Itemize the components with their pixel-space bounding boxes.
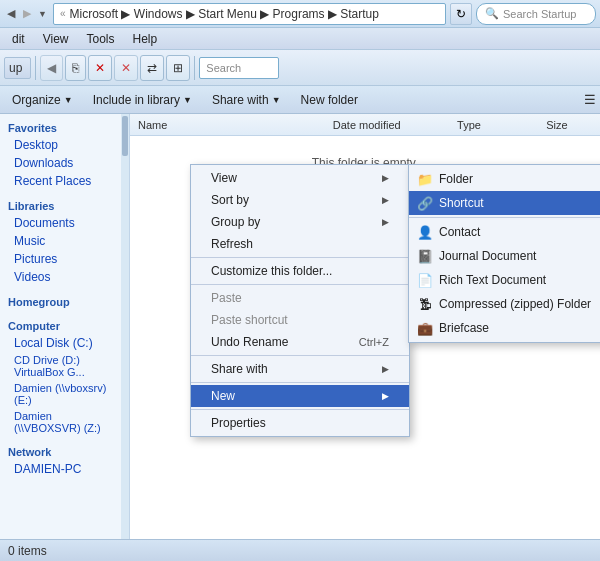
ctx-properties[interactable]: Properties — [191, 412, 409, 434]
sidebar-item-videos[interactable]: Videos — [0, 268, 129, 286]
sidebar-item-music[interactable]: Music — [0, 232, 129, 250]
content-area[interactable]: Name Date modified Type Size This folder… — [130, 114, 600, 539]
include-library-button[interactable]: Include in library ▼ — [85, 91, 200, 109]
toolbar-copy-btn[interactable]: ⎘ — [65, 55, 86, 81]
menu-bar: dit View Tools Help — [0, 28, 600, 50]
status-bar: 0 items — [0, 539, 600, 561]
sidebar-section-libraries: Libraries Documents Music Pictures Video… — [0, 198, 129, 286]
up-button[interactable]: up — [4, 57, 31, 79]
sidebar-scrollbar[interactable] — [121, 114, 129, 539]
sidebar-network-label[interactable]: Network — [0, 444, 129, 460]
toolbar: up ◀ ⎘ ✕ ✕ ⇄ ⊞ Search — [0, 50, 600, 86]
ctx-view-label: View — [211, 171, 237, 185]
view-toggle-icon[interactable]: ☰ — [584, 92, 596, 107]
ctx-paste-shortcut[interactable]: Paste shortcut — [191, 309, 409, 331]
toolbar-move-btn[interactable]: ⇄ — [140, 55, 164, 81]
sidebar-libraries-label[interactable]: Libraries — [0, 198, 129, 214]
ctx-customize[interactable]: Customize this folder... — [191, 260, 409, 282]
recent-button[interactable]: ▼ — [36, 7, 49, 21]
header-type[interactable]: Type — [453, 119, 542, 131]
menu-view[interactable]: View — [35, 31, 77, 47]
search-placeholder: Search Startup — [503, 8, 576, 20]
ctx-sort-arrow: ▶ — [382, 195, 389, 205]
sidebar-favorites-label[interactable]: Favorites — [0, 120, 129, 136]
toolbar-delete-btn[interactable]: ✕ — [88, 55, 112, 81]
sidebar-item-desktop[interactable]: Desktop — [0, 136, 129, 154]
sidebar-item-downloads[interactable]: Downloads — [0, 154, 129, 172]
ctx-customize-label: Customize this folder... — [211, 264, 332, 278]
journal-icon: 📓 — [417, 248, 433, 264]
toolbar-back-btn[interactable]: ◀ — [40, 55, 63, 81]
sub-ctx-contact[interactable]: 👤 Contact — [409, 220, 600, 244]
briefcase-icon: 💼 — [417, 320, 433, 336]
header-date[interactable]: Date modified — [329, 119, 453, 131]
folder-icon: 📁 — [417, 171, 433, 187]
sidebar-computer-label[interactable]: Computer — [0, 318, 129, 334]
organize-button[interactable]: Organize ▼ — [4, 91, 81, 109]
address-bar: ◀ ▶ ▼ « Microsoft ▶ Windows ▶ Start Menu… — [0, 0, 600, 28]
ctx-paste[interactable]: Paste — [191, 287, 409, 309]
header-name[interactable]: Name — [134, 119, 329, 131]
sub-context-menu: 📁 Folder 🔗 Shortcut 👤 Contact 📓 Journal … — [408, 164, 600, 343]
toolbar-view-btn[interactable]: ⊞ — [166, 55, 190, 81]
share-with-arrow: ▼ — [272, 95, 281, 105]
ctx-sort-label: Sort by — [211, 193, 249, 207]
menu-tools[interactable]: Tools — [78, 31, 122, 47]
ctx-refresh[interactable]: Refresh — [191, 233, 409, 255]
richtext-icon: 📄 — [417, 272, 433, 288]
toolbar-search[interactable]: Search — [199, 57, 279, 79]
header-size[interactable]: Size — [542, 119, 596, 131]
share-with-label: Share with — [212, 93, 269, 107]
sub-ctx-contact-label: Contact — [439, 225, 480, 239]
sidebar-item-damien-pc[interactable]: DAMIEN-PC — [0, 460, 129, 478]
ctx-refresh-label: Refresh — [211, 237, 253, 251]
sidebar-item-pictures[interactable]: Pictures — [0, 250, 129, 268]
status-text: 0 items — [8, 544, 47, 558]
toolbar-delete2-btn[interactable]: ✕ — [114, 55, 138, 81]
ctx-undo-rename[interactable]: Undo Rename Ctrl+Z — [191, 331, 409, 353]
ctx-new[interactable]: New ▶ — [191, 385, 409, 407]
sidebar-scroll-thumb[interactable] — [122, 116, 128, 156]
sub-ctx-compressed[interactable]: 🗜 Compressed (zipped) Folder — [409, 292, 600, 316]
organize-label: Organize — [12, 93, 61, 107]
ctx-view[interactable]: View ▶ — [191, 167, 409, 189]
ctx-paste-label: Paste — [211, 291, 242, 305]
back-button[interactable]: ◀ — [4, 5, 18, 22]
new-folder-label: New folder — [301, 93, 358, 107]
sidebar-item-vboxsvr-z[interactable]: Damien (\\VBOXSVR) (Z:) — [0, 408, 129, 436]
move-icon: ⇄ — [147, 61, 157, 75]
ctx-new-label: New — [211, 389, 235, 403]
share-with-button[interactable]: Share with ▼ — [204, 91, 289, 109]
ctx-share-with[interactable]: Share with ▶ — [191, 358, 409, 380]
compressed-icon: 🗜 — [417, 296, 433, 312]
menu-edit[interactable]: dit — [4, 31, 33, 47]
new-folder-button[interactable]: New folder — [293, 91, 366, 109]
sub-ctx-richtext[interactable]: 📄 Rich Text Document — [409, 268, 600, 292]
sub-ctx-folder-label: Folder — [439, 172, 473, 186]
ctx-group-label: Group by — [211, 215, 260, 229]
ctx-sep-4 — [191, 382, 409, 383]
search-box[interactable]: 🔍 Search Startup — [476, 3, 596, 25]
sub-ctx-journal[interactable]: 📓 Journal Document — [409, 244, 600, 268]
sidebar-item-vboxsrv-e[interactable]: Damien (\\vboxsrv) (E:) — [0, 380, 129, 408]
sidebar-item-local-disk[interactable]: Local Disk (C:) — [0, 334, 129, 352]
ctx-undo-rename-label: Undo Rename — [211, 335, 288, 349]
sidebar-item-cd-drive[interactable]: CD Drive (D:) VirtualBox G... — [0, 352, 129, 380]
sub-ctx-folder[interactable]: 📁 Folder — [409, 167, 600, 191]
sidebar-homegroup-label[interactable]: Homegroup — [0, 294, 129, 310]
sidebar-item-documents[interactable]: Documents — [0, 214, 129, 232]
ctx-sep-3 — [191, 355, 409, 356]
ctx-group[interactable]: Group by ▶ — [191, 211, 409, 233]
ctx-properties-label: Properties — [211, 416, 266, 430]
menu-help[interactable]: Help — [125, 31, 166, 47]
delete-icon: ✕ — [95, 61, 105, 75]
refresh-button[interactable]: ↻ — [450, 3, 472, 25]
ctx-sort[interactable]: Sort by ▶ — [191, 189, 409, 211]
sidebar-item-recent[interactable]: Recent Places — [0, 172, 129, 190]
ctx-paste-shortcut-label: Paste shortcut — [211, 313, 288, 327]
sub-ctx-briefcase[interactable]: 💼 Briefcase — [409, 316, 600, 340]
sub-ctx-shortcut[interactable]: 🔗 Shortcut — [409, 191, 600, 215]
address-path[interactable]: « Microsoft ▶ Windows ▶ Start Menu ▶ Pro… — [53, 3, 446, 25]
up-label: up — [9, 61, 22, 75]
forward-button[interactable]: ▶ — [20, 5, 34, 22]
